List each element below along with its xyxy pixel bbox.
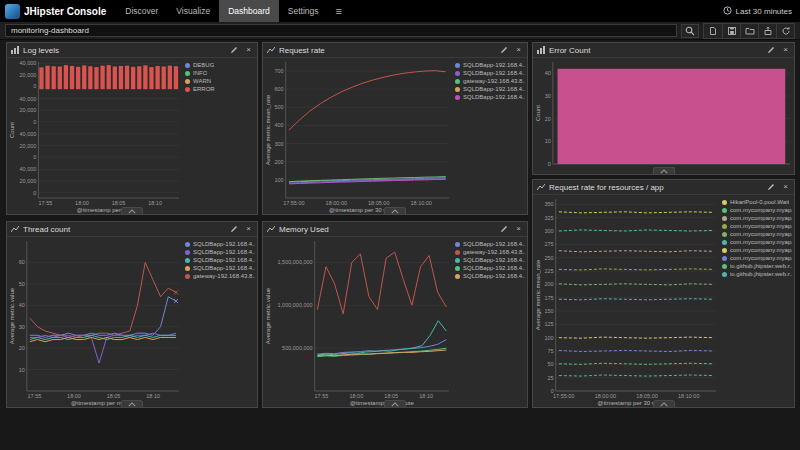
svg-text:500: 500 [275, 104, 284, 110]
legend-item[interactable]: SQLDBapp-192.168.4... [455, 70, 525, 76]
legend-item[interactable]: gateway-192.168.43.8... [185, 273, 255, 279]
nav-item-settings[interactable]: Settings [279, 0, 328, 22]
query-input[interactable] [5, 24, 677, 37]
chart-area[interactable]: 10203040506017:5518:0018:0518:10@timesta… [7, 237, 183, 407]
load-dashboard-button[interactable] [740, 24, 758, 38]
nav-item-dashboard[interactable]: Dashboard [219, 0, 279, 22]
panel-title[interactable]: Memory Used [279, 225, 494, 234]
legend-item[interactable]: gateway-192.168.43.8... [455, 249, 525, 255]
close-panel-icon[interactable]: × [781, 46, 790, 54]
legend-item[interactable]: HikariPool-0.pool.Wait [722, 199, 792, 205]
chart-legend: SQLDBapp-192.168.4...SQLDBapp-192.168.4.… [453, 58, 527, 214]
collapse-panel-button[interactable] [384, 207, 406, 214]
close-panel-icon[interactable]: × [514, 46, 523, 54]
edit-panel-icon[interactable] [765, 46, 777, 54]
legend-item[interactable]: gateway-192.168.43.8... [455, 78, 525, 84]
save-dashboard-button[interactable] [722, 24, 740, 38]
svg-text:0: 0 [548, 161, 551, 167]
svg-text:250: 250 [545, 255, 554, 261]
chart-legend: SQLDBapp-192.168.4...gateway-192.168.43.… [453, 237, 527, 407]
legend-label: ERROR [193, 86, 215, 92]
legend-item[interactable]: SQLDBapp-192.168.4... [455, 265, 525, 271]
legend-item[interactable]: SQLDBapp-192.168.4... [185, 257, 255, 263]
panel-title[interactable]: Request rate [279, 46, 494, 55]
edit-panel-icon[interactable] [765, 183, 777, 191]
time-picker[interactable]: Last 30 minutes [723, 6, 800, 17]
legend-item[interactable]: io.github.jhipster.web.r... [722, 271, 792, 277]
legend-swatch [722, 232, 727, 237]
legend-item[interactable]: SQLDBapp-192.168.4... [455, 94, 525, 100]
legend-item[interactable]: WARN [185, 78, 255, 84]
legend-item[interactable]: com.mycompany.myap... [722, 207, 792, 213]
legend-item[interactable]: ERROR [185, 86, 255, 92]
legend-item[interactable]: com.mycompany.myap... [722, 215, 792, 221]
legend-item[interactable]: com.mycompany.myap... [722, 231, 792, 237]
hamburger-menu-icon[interactable]: ≡ [328, 5, 350, 17]
legend-item[interactable]: DEBUG [185, 62, 255, 68]
legend-swatch [722, 248, 727, 253]
legend-swatch [455, 266, 460, 271]
collapse-panel-button[interactable] [653, 400, 675, 407]
refresh-button[interactable] [776, 24, 794, 38]
edit-panel-icon[interactable] [228, 46, 240, 54]
search-button[interactable] [681, 24, 699, 38]
svg-text:18:00:00: 18:00:00 [326, 200, 347, 206]
panel-title[interactable]: Error Count [549, 46, 761, 55]
legend-item[interactable]: SQLDBapp-192.168.4... [455, 257, 525, 263]
panel-memory-used: Memory Used × 500,000,0001,000,000,0001,… [262, 221, 528, 408]
svg-text:0: 0 [33, 119, 36, 125]
edit-panel-icon[interactable] [498, 46, 510, 54]
brand-title[interactable]: JHipster Console [24, 6, 116, 17]
panel-title[interactable]: Thread count [23, 225, 224, 234]
close-panel-icon[interactable]: × [244, 225, 253, 233]
legend-item[interactable]: SQLDBapp-192.168.4... [455, 62, 525, 68]
svg-text:40,000: 40,000 [20, 131, 37, 137]
nav-item-discover[interactable]: Discover [116, 0, 167, 22]
share-dashboard-button[interactable] [758, 24, 776, 38]
close-panel-icon[interactable]: × [781, 183, 790, 191]
chart-legend: HikariPool-0.pool.Waitcom.mycompany.myap… [720, 195, 794, 407]
legend-item[interactable]: io.github.jhipster.web.r... [722, 263, 792, 269]
panel-title[interactable]: Request rate for resources / app [549, 183, 761, 192]
legend-item[interactable]: SQLDBapp-192.168.4... [185, 249, 255, 255]
legend-item[interactable]: com.mycompany.myap... [722, 239, 792, 245]
chart-area[interactable]: 500,000,0001,000,000,0001,500,000,00017:… [263, 237, 453, 407]
legend-item[interactable]: SQLDBapp-192.168.4... [185, 265, 255, 271]
close-panel-icon[interactable]: × [244, 46, 253, 54]
legend-swatch [455, 79, 460, 84]
collapse-panel-button[interactable] [121, 400, 143, 407]
panel-request-rate: Request rate × 10020030040050060070017:5… [262, 42, 528, 215]
chart-area[interactable]: 40,00020,000040,00020,000040,00020,00004… [7, 58, 183, 214]
svg-text:1,500,000,000: 1,500,000,000 [278, 259, 313, 265]
collapse-panel-button[interactable] [121, 207, 143, 214]
legend-item[interactable]: com.mycompany.myap... [722, 255, 792, 261]
svg-text:17:55: 17:55 [315, 393, 329, 399]
svg-text:325: 325 [545, 215, 554, 221]
share-icon [763, 22, 773, 40]
panel-title[interactable]: Log levels [23, 46, 224, 55]
legend-item[interactable]: INFO [185, 70, 255, 76]
jhipster-logo[interactable] [5, 4, 20, 19]
legend-item[interactable]: com.mycompany.myap... [722, 223, 792, 229]
close-panel-icon[interactable]: × [514, 225, 523, 233]
legend-item[interactable]: SQLDBapp-192.168.4... [455, 241, 525, 247]
chart-area[interactable]: 10020030040050060070017:55:0018:00:0018:… [263, 58, 453, 214]
chart-area[interactable]: 0255075100125150175200225250275300325350… [533, 195, 720, 407]
chart-area[interactable]: 010203040AllCount [533, 58, 794, 174]
edit-panel-icon[interactable] [498, 225, 510, 233]
edit-panel-icon[interactable] [228, 225, 240, 233]
legend-label: com.mycompany.myap... [730, 207, 792, 213]
visualization-icon [537, 46, 545, 54]
legend-item[interactable]: SQLDBapp-192.168.4... [185, 241, 255, 247]
new-dashboard-button[interactable] [704, 24, 722, 38]
legend-swatch [455, 71, 460, 76]
collapse-panel-button[interactable] [653, 167, 675, 174]
legend-item[interactable]: SQLDBapp-192.168.4... [455, 273, 525, 279]
legend-item[interactable]: com.mycompany.myap... [722, 247, 792, 253]
legend-item[interactable]: SQLDBapp-192.168.4... [455, 86, 525, 92]
legend-label: SQLDBapp-192.168.4... [463, 94, 525, 100]
panel-header: Request rate for resources / app × [533, 180, 794, 195]
nav-item-visualize[interactable]: Visualize [167, 0, 219, 22]
svg-text:40: 40 [19, 302, 25, 308]
collapse-panel-button[interactable] [384, 400, 406, 407]
